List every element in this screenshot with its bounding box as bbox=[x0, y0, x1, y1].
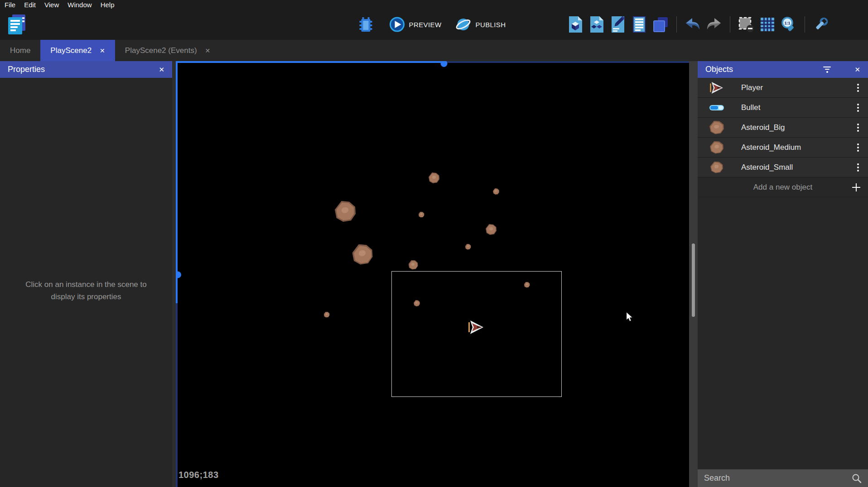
publish-label: PUBLISH bbox=[475, 21, 506, 29]
panel-divider[interactable] bbox=[172, 61, 176, 487]
bullet-icon bbox=[709, 100, 725, 115]
close-panel-icon[interactable]: ✕ bbox=[854, 66, 860, 74]
asteroid-instance-small[interactable] bbox=[493, 188, 499, 195]
publish-button[interactable]: PUBLISH bbox=[450, 14, 510, 34]
object-row-asteroid-big[interactable]: Asteroid_Big bbox=[698, 118, 868, 138]
asteroid-icon bbox=[709, 160, 725, 175]
asteroid-instance-small[interactable] bbox=[465, 244, 471, 250]
properties-panel: Properties ✕ Click on an instance in the… bbox=[0, 61, 172, 487]
objects-panel-header: Objects ✕ bbox=[698, 61, 868, 78]
asteroid-icon bbox=[709, 140, 725, 155]
search-icon[interactable] bbox=[852, 473, 862, 483]
scene-canvas[interactable]: 1096;183 bbox=[176, 61, 689, 487]
scene-properties-icon[interactable] bbox=[610, 16, 626, 33]
selection-mask-icon[interactable] bbox=[738, 16, 754, 33]
object-menu-icon[interactable] bbox=[855, 122, 861, 134]
cursor-coordinates: 1096;183 bbox=[178, 470, 219, 480]
filter-icon[interactable] bbox=[823, 67, 831, 73]
toolbar-separator bbox=[730, 16, 730, 33]
asteroid-instance-medium[interactable] bbox=[486, 224, 497, 235]
asteroid-instance-small[interactable] bbox=[419, 212, 424, 218]
grid-icon[interactable] bbox=[759, 16, 776, 33]
player-ship-icon bbox=[709, 80, 725, 95]
asteroid-instance-medium[interactable] bbox=[429, 172, 439, 183]
player-instance[interactable] bbox=[468, 320, 484, 334]
asteroid-instance-big[interactable] bbox=[352, 244, 373, 265]
asteroid-instance-small[interactable] bbox=[414, 300, 420, 306]
close-tab-icon[interactable]: ✕ bbox=[205, 47, 211, 54]
properties-empty-message: Click on an instance in the scene to dis… bbox=[5, 278, 168, 303]
undo-icon[interactable] bbox=[685, 16, 701, 33]
h-scroll-filled bbox=[176, 61, 444, 63]
objects-list-icon[interactable] bbox=[567, 16, 583, 33]
properties-panel-title: Properties bbox=[8, 65, 45, 74]
object-row-asteroid-medium[interactable]: Asteroid_Medium bbox=[698, 138, 868, 158]
debug-icon[interactable] bbox=[358, 16, 374, 33]
project-manager-icon[interactable] bbox=[6, 13, 28, 36]
plus-icon[interactable] bbox=[852, 183, 861, 192]
tab-home[interactable]: Home bbox=[0, 40, 40, 61]
mouse-cursor bbox=[626, 312, 635, 322]
preview-button[interactable]: PREVIEW bbox=[385, 15, 446, 34]
preview-play-icon bbox=[390, 17, 405, 32]
horizontal-scrollbar[interactable] bbox=[176, 61, 689, 63]
zoom-1-1-icon[interactable]: 1:1 bbox=[781, 16, 797, 33]
publish-globe-icon bbox=[455, 16, 471, 33]
object-menu-icon[interactable] bbox=[855, 142, 861, 153]
object-menu-icon[interactable] bbox=[855, 82, 861, 94]
tab-playscene2[interactable]: PlayScene2 ✕ bbox=[40, 40, 115, 61]
menu-view[interactable]: View bbox=[44, 1, 59, 9]
properties-panel-header: Properties ✕ bbox=[0, 61, 172, 78]
redo-icon[interactable] bbox=[706, 16, 722, 33]
objects-panel: Objects ✕ Player bbox=[698, 61, 868, 487]
canvas-right-scroll-thumb[interactable] bbox=[692, 244, 695, 317]
v-scroll-thumb[interactable] bbox=[176, 272, 181, 278]
menu-help[interactable]: Help bbox=[101, 1, 115, 9]
tab-playscene2-events[interactable]: PlayScene2 (Events) ✕ bbox=[115, 40, 220, 61]
menu-edit[interactable]: Edit bbox=[24, 1, 36, 9]
close-tab-icon[interactable]: ✕ bbox=[100, 47, 105, 54]
menu-window[interactable]: Window bbox=[68, 1, 92, 9]
main-toolbar: PREVIEW PUBLISH bbox=[0, 9, 868, 40]
menu-bar: File Edit View Window Help bbox=[0, 0, 868, 9]
camera-border bbox=[391, 271, 562, 397]
objects-panel-body bbox=[698, 197, 868, 469]
object-menu-icon[interactable] bbox=[855, 102, 861, 114]
add-object-row[interactable]: Add a new object bbox=[698, 177, 868, 197]
toolbar-separator bbox=[805, 16, 805, 33]
toolbar-separator bbox=[676, 16, 677, 33]
asteroid-icon bbox=[709, 120, 725, 135]
object-menu-icon[interactable] bbox=[855, 162, 861, 173]
object-groups-icon[interactable] bbox=[588, 16, 605, 33]
editor-tab-bar: Home PlayScene2 ✕ PlayScene2 (Events) ✕ bbox=[0, 40, 868, 61]
objects-panel-title: Objects bbox=[705, 65, 733, 74]
v-scroll-filled bbox=[176, 61, 178, 303]
canvas-right-scrollbar[interactable] bbox=[689, 61, 698, 487]
search-input[interactable] bbox=[704, 473, 852, 483]
vertical-scrollbar[interactable] bbox=[176, 61, 178, 487]
preview-label: PREVIEW bbox=[409, 21, 442, 29]
close-panel-icon[interactable]: ✕ bbox=[159, 66, 164, 74]
object-row-asteroid-small[interactable]: Asteroid_Small bbox=[698, 158, 868, 177]
svg-text:1:1: 1:1 bbox=[784, 21, 790, 25]
h-scroll-thumb[interactable] bbox=[441, 61, 448, 67]
object-row-player[interactable]: Player bbox=[698, 78, 868, 98]
layers-icon[interactable] bbox=[652, 16, 669, 33]
wrench-icon[interactable] bbox=[813, 16, 829, 33]
objects-search-bar bbox=[698, 469, 868, 487]
asteroid-instance-medium[interactable] bbox=[409, 260, 418, 270]
instances-list-icon[interactable] bbox=[631, 16, 647, 33]
asteroid-instance-small[interactable] bbox=[524, 282, 530, 288]
object-row-bullet[interactable]: Bullet bbox=[698, 98, 868, 118]
menu-file[interactable]: File bbox=[5, 1, 15, 9]
asteroid-instance-big[interactable] bbox=[335, 201, 356, 222]
asteroid-instance-small[interactable] bbox=[324, 312, 330, 318]
